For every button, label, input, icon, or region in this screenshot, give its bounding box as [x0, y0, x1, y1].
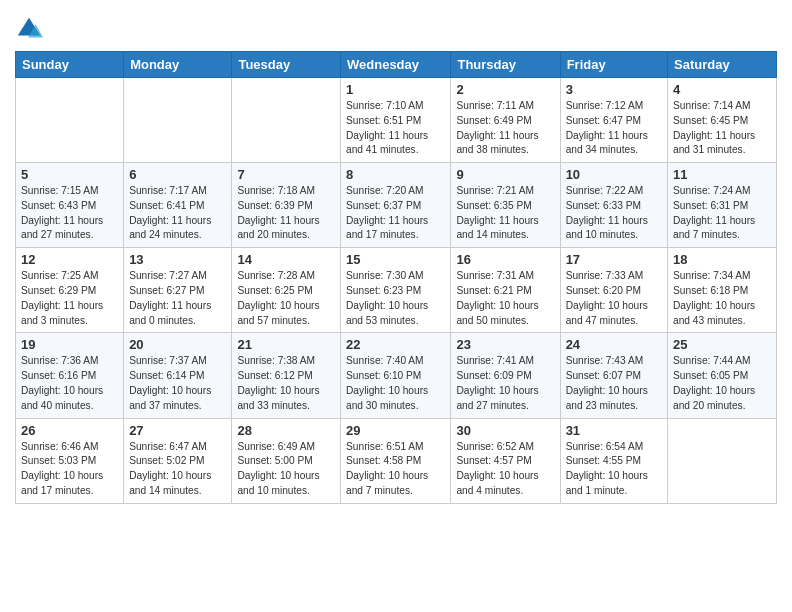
calendar-cell: 9Sunrise: 7:21 AM Sunset: 6:35 PM Daylig…	[451, 163, 560, 248]
day-info: Sunrise: 7:40 AM Sunset: 6:10 PM Dayligh…	[346, 354, 445, 413]
calendar-header-wednesday: Wednesday	[341, 52, 451, 78]
calendar-cell: 22Sunrise: 7:40 AM Sunset: 6:10 PM Dayli…	[341, 333, 451, 418]
day-info: Sunrise: 7:14 AM Sunset: 6:45 PM Dayligh…	[673, 99, 771, 158]
day-number: 17	[566, 252, 662, 267]
calendar-cell: 7Sunrise: 7:18 AM Sunset: 6:39 PM Daylig…	[232, 163, 341, 248]
day-info: Sunrise: 6:52 AM Sunset: 4:57 PM Dayligh…	[456, 440, 554, 499]
header	[15, 10, 777, 43]
calendar-cell	[232, 78, 341, 163]
calendar-cell	[124, 78, 232, 163]
calendar-cell: 26Sunrise: 6:46 AM Sunset: 5:03 PM Dayli…	[16, 418, 124, 503]
calendar-header-friday: Friday	[560, 52, 667, 78]
day-number: 11	[673, 167, 771, 182]
day-number: 5	[21, 167, 118, 182]
day-info: Sunrise: 7:31 AM Sunset: 6:21 PM Dayligh…	[456, 269, 554, 328]
calendar-cell: 28Sunrise: 6:49 AM Sunset: 5:00 PM Dayli…	[232, 418, 341, 503]
day-number: 8	[346, 167, 445, 182]
calendar-cell: 21Sunrise: 7:38 AM Sunset: 6:12 PM Dayli…	[232, 333, 341, 418]
calendar-cell: 29Sunrise: 6:51 AM Sunset: 4:58 PM Dayli…	[341, 418, 451, 503]
calendar-week-row: 26Sunrise: 6:46 AM Sunset: 5:03 PM Dayli…	[16, 418, 777, 503]
calendar-week-row: 1Sunrise: 7:10 AM Sunset: 6:51 PM Daylig…	[16, 78, 777, 163]
day-number: 18	[673, 252, 771, 267]
day-number: 24	[566, 337, 662, 352]
calendar-header-thursday: Thursday	[451, 52, 560, 78]
day-number: 28	[237, 423, 335, 438]
day-info: Sunrise: 7:44 AM Sunset: 6:05 PM Dayligh…	[673, 354, 771, 413]
day-info: Sunrise: 6:49 AM Sunset: 5:00 PM Dayligh…	[237, 440, 335, 499]
calendar-cell: 12Sunrise: 7:25 AM Sunset: 6:29 PM Dayli…	[16, 248, 124, 333]
day-number: 16	[456, 252, 554, 267]
day-info: Sunrise: 7:30 AM Sunset: 6:23 PM Dayligh…	[346, 269, 445, 328]
logo	[15, 15, 47, 43]
calendar-header-saturday: Saturday	[668, 52, 777, 78]
day-number: 13	[129, 252, 226, 267]
calendar-cell: 23Sunrise: 7:41 AM Sunset: 6:09 PM Dayli…	[451, 333, 560, 418]
day-number: 15	[346, 252, 445, 267]
day-info: Sunrise: 7:43 AM Sunset: 6:07 PM Dayligh…	[566, 354, 662, 413]
day-info: Sunrise: 7:27 AM Sunset: 6:27 PM Dayligh…	[129, 269, 226, 328]
day-info: Sunrise: 7:36 AM Sunset: 6:16 PM Dayligh…	[21, 354, 118, 413]
day-number: 26	[21, 423, 118, 438]
calendar-header-monday: Monday	[124, 52, 232, 78]
day-number: 4	[673, 82, 771, 97]
day-number: 12	[21, 252, 118, 267]
calendar-cell: 10Sunrise: 7:22 AM Sunset: 6:33 PM Dayli…	[560, 163, 667, 248]
calendar-week-row: 12Sunrise: 7:25 AM Sunset: 6:29 PM Dayli…	[16, 248, 777, 333]
calendar-cell: 1Sunrise: 7:10 AM Sunset: 6:51 PM Daylig…	[341, 78, 451, 163]
day-info: Sunrise: 7:34 AM Sunset: 6:18 PM Dayligh…	[673, 269, 771, 328]
day-info: Sunrise: 7:15 AM Sunset: 6:43 PM Dayligh…	[21, 184, 118, 243]
day-info: Sunrise: 7:18 AM Sunset: 6:39 PM Dayligh…	[237, 184, 335, 243]
day-number: 23	[456, 337, 554, 352]
calendar-cell: 15Sunrise: 7:30 AM Sunset: 6:23 PM Dayli…	[341, 248, 451, 333]
day-info: Sunrise: 7:22 AM Sunset: 6:33 PM Dayligh…	[566, 184, 662, 243]
calendar-cell: 17Sunrise: 7:33 AM Sunset: 6:20 PM Dayli…	[560, 248, 667, 333]
calendar-cell: 30Sunrise: 6:52 AM Sunset: 4:57 PM Dayli…	[451, 418, 560, 503]
calendar-cell: 4Sunrise: 7:14 AM Sunset: 6:45 PM Daylig…	[668, 78, 777, 163]
day-info: Sunrise: 6:51 AM Sunset: 4:58 PM Dayligh…	[346, 440, 445, 499]
day-number: 20	[129, 337, 226, 352]
calendar: SundayMondayTuesdayWednesdayThursdayFrid…	[15, 51, 777, 504]
calendar-cell: 31Sunrise: 6:54 AM Sunset: 4:55 PM Dayli…	[560, 418, 667, 503]
page: SundayMondayTuesdayWednesdayThursdayFrid…	[0, 0, 792, 519]
calendar-cell: 13Sunrise: 7:27 AM Sunset: 6:27 PM Dayli…	[124, 248, 232, 333]
day-number: 14	[237, 252, 335, 267]
calendar-week-row: 19Sunrise: 7:36 AM Sunset: 6:16 PM Dayli…	[16, 333, 777, 418]
day-number: 3	[566, 82, 662, 97]
calendar-cell: 14Sunrise: 7:28 AM Sunset: 6:25 PM Dayli…	[232, 248, 341, 333]
day-number: 10	[566, 167, 662, 182]
day-info: Sunrise: 6:47 AM Sunset: 5:02 PM Dayligh…	[129, 440, 226, 499]
day-info: Sunrise: 7:10 AM Sunset: 6:51 PM Dayligh…	[346, 99, 445, 158]
calendar-cell: 27Sunrise: 6:47 AM Sunset: 5:02 PM Dayli…	[124, 418, 232, 503]
calendar-cell	[668, 418, 777, 503]
day-number: 31	[566, 423, 662, 438]
day-number: 27	[129, 423, 226, 438]
calendar-week-row: 5Sunrise: 7:15 AM Sunset: 6:43 PM Daylig…	[16, 163, 777, 248]
day-info: Sunrise: 7:17 AM Sunset: 6:41 PM Dayligh…	[129, 184, 226, 243]
day-info: Sunrise: 7:37 AM Sunset: 6:14 PM Dayligh…	[129, 354, 226, 413]
calendar-cell: 25Sunrise: 7:44 AM Sunset: 6:05 PM Dayli…	[668, 333, 777, 418]
calendar-header-row: SundayMondayTuesdayWednesdayThursdayFrid…	[16, 52, 777, 78]
day-info: Sunrise: 6:54 AM Sunset: 4:55 PM Dayligh…	[566, 440, 662, 499]
calendar-cell: 5Sunrise: 7:15 AM Sunset: 6:43 PM Daylig…	[16, 163, 124, 248]
day-info: Sunrise: 7:41 AM Sunset: 6:09 PM Dayligh…	[456, 354, 554, 413]
day-info: Sunrise: 7:12 AM Sunset: 6:47 PM Dayligh…	[566, 99, 662, 158]
calendar-cell: 8Sunrise: 7:20 AM Sunset: 6:37 PM Daylig…	[341, 163, 451, 248]
calendar-cell: 11Sunrise: 7:24 AM Sunset: 6:31 PM Dayli…	[668, 163, 777, 248]
day-number: 9	[456, 167, 554, 182]
calendar-cell	[16, 78, 124, 163]
day-number: 21	[237, 337, 335, 352]
day-info: Sunrise: 7:33 AM Sunset: 6:20 PM Dayligh…	[566, 269, 662, 328]
calendar-cell: 16Sunrise: 7:31 AM Sunset: 6:21 PM Dayli…	[451, 248, 560, 333]
day-info: Sunrise: 7:20 AM Sunset: 6:37 PM Dayligh…	[346, 184, 445, 243]
day-number: 19	[21, 337, 118, 352]
calendar-cell: 20Sunrise: 7:37 AM Sunset: 6:14 PM Dayli…	[124, 333, 232, 418]
day-number: 2	[456, 82, 554, 97]
calendar-cell: 18Sunrise: 7:34 AM Sunset: 6:18 PM Dayli…	[668, 248, 777, 333]
logo-icon	[15, 15, 43, 43]
day-info: Sunrise: 6:46 AM Sunset: 5:03 PM Dayligh…	[21, 440, 118, 499]
calendar-cell: 24Sunrise: 7:43 AM Sunset: 6:07 PM Dayli…	[560, 333, 667, 418]
day-number: 25	[673, 337, 771, 352]
calendar-cell: 6Sunrise: 7:17 AM Sunset: 6:41 PM Daylig…	[124, 163, 232, 248]
day-info: Sunrise: 7:24 AM Sunset: 6:31 PM Dayligh…	[673, 184, 771, 243]
calendar-cell: 3Sunrise: 7:12 AM Sunset: 6:47 PM Daylig…	[560, 78, 667, 163]
